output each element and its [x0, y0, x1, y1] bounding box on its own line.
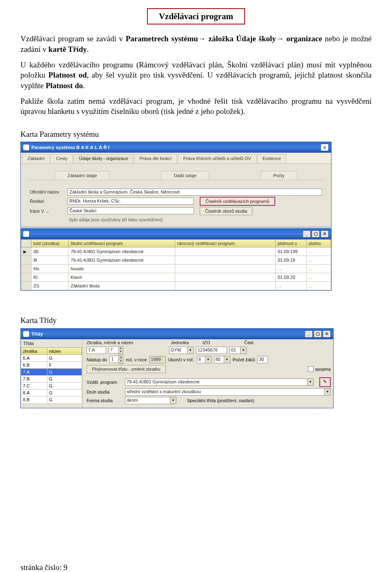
cell[interactable]: G [47, 369, 82, 376]
cell[interactable]: 7.C [21, 383, 47, 389]
field-nastup[interactable]: 1 [109, 356, 118, 363]
table-row[interactable]: 7.AG [21, 369, 82, 376]
checkbox-spojena[interactable]: spojena [308, 366, 331, 372]
cell[interactable]: . . [307, 247, 331, 256]
chevron-down-icon[interactable]: ▼ [119, 360, 123, 363]
field-vzdel-program[interactable]: 79-41-K/801 Gymnázium všeobecné [125, 378, 307, 386]
cell[interactable]: . . [307, 282, 331, 290]
field-forma-studia[interactable]: denní [125, 397, 170, 404]
grid-programy[interactable]: kód (zkratka) školní vzdělávací program … [21, 239, 331, 290]
col-nazev[interactable]: název [47, 347, 82, 354]
cell[interactable]: . . [307, 265, 331, 273]
maximize-icon[interactable]: ▢ [314, 330, 322, 338]
close-icon[interactable]: ✕ [323, 330, 331, 338]
tab-evidence[interactable]: Evidence [257, 154, 286, 163]
cell[interactable]: housle [69, 265, 175, 273]
col-platnost-do[interactable]: platno [307, 239, 331, 247]
chevron-down-icon[interactable]: ▼ [307, 378, 314, 386]
combo-forma-studia[interactable]: denní ▼ [125, 397, 176, 404]
chevron-down-icon[interactable]: ▼ [224, 356, 230, 363]
spinner-rocnik[interactable]: 7 ▲▼ [109, 346, 123, 354]
table-row[interactable]: KlKlavír01.09.20. . [21, 273, 331, 282]
combo-vzdel-program[interactable]: 79-41-K/801 Gymnázium všeobecné ▼ [125, 378, 314, 386]
cell[interactable]: Ho [31, 265, 69, 273]
tab-cesty[interactable]: Cesty [51, 154, 73, 163]
field-n[interactable]: 80 [214, 356, 224, 363]
cell[interactable]: . . [307, 273, 331, 282]
combo-n[interactable]: 80 ▼ [214, 356, 230, 363]
chevron-down-icon[interactable]: ▼ [187, 347, 194, 354]
tab-zakladni-udaje[interactable]: Základní údaje [55, 171, 109, 180]
cell[interactable]: ZS [31, 282, 69, 290]
field-oficialni-nazev[interactable]: Základní škola a Gymnázium, Česká Skalic… [67, 189, 322, 196]
cell[interactable]: 7.A [21, 369, 47, 376]
cell[interactable]: . . [307, 256, 331, 265]
cell[interactable] [175, 247, 276, 256]
table-row[interactable]: 7.BG [21, 376, 82, 383]
field-ukonci[interactable]: 8 [197, 356, 205, 363]
close-icon[interactable]: ✕ [321, 230, 329, 238]
table-row[interactable]: 6.AG [21, 354, 82, 361]
cell[interactable]: 8.A [21, 389, 47, 396]
row-selector[interactable] [21, 273, 31, 282]
combo-druh-studia[interactable]: střední vzdělání s maturitní zkouškou ▼ [125, 388, 331, 396]
chevron-down-icon[interactable]: ▼ [205, 356, 212, 363]
table-row[interactable]: Hohousle. .. . [21, 265, 331, 273]
btn-prejmenovat[interactable]: Přejmenovat třídu - změnit zkratku [87, 365, 166, 373]
col-kod[interactable]: kód (zkratka) [31, 239, 69, 247]
combo-ukonci[interactable]: 8 ▼ [197, 356, 212, 363]
field-zkratka[interactable]: 7.A [87, 347, 106, 354]
cell[interactable]: . . [276, 282, 307, 290]
cell[interactable]: 6.B [21, 361, 47, 368]
close-icon[interactable]: ✕ [321, 144, 329, 151]
cell[interactable] [175, 256, 276, 265]
field-jednotka[interactable]: GYM [169, 347, 187, 354]
field-reditel[interactable]: RNDr. Honza Kršek, CSc. [67, 198, 194, 205]
chevron-up-icon[interactable]: ▲ [119, 356, 123, 360]
tab-zakladni[interactable]: Základní [22, 154, 50, 163]
chevron-down-icon[interactable]: ▼ [240, 347, 247, 354]
chevron-down-icon[interactable]: ▼ [324, 388, 331, 396]
btn-edit-program[interactable]: ✎ [319, 377, 331, 387]
field-druh-studia[interactable]: střední vzdělání s maturitní zkouškou [125, 388, 324, 396]
spinner-nastup[interactable]: 1 ▲▼ [109, 356, 123, 364]
col-skolni-program[interactable]: školní vzdělávací program [69, 239, 175, 247]
cell[interactable] [175, 273, 276, 282]
cell[interactable]: 8.B [21, 396, 47, 403]
col-platnost-od[interactable]: platnost o [276, 239, 307, 247]
cell[interactable]: F [47, 361, 82, 368]
grid-tridy[interactable]: Třída zkratka název 6.AG6.BF7.AG7.BG7.CG… [21, 339, 82, 408]
cell[interactable] [175, 265, 276, 273]
btn-ciselnik-oboru[interactable]: Číselník oborů studia [200, 207, 252, 215]
tab-prava-tridnich[interactable]: Práva třídních učitelů a učitelů OV [178, 154, 256, 163]
cell[interactable]: G [47, 389, 82, 396]
cell[interactable]: 8l [31, 256, 69, 265]
table-row[interactable]: 8l79-41-K/801 Gymnázium všeobecné01.09.1… [21, 256, 331, 265]
checkbox-icon[interactable] [308, 366, 314, 372]
tab-pocty[interactable]: Počty [261, 171, 297, 180]
combo-cast[interactable]: 01 ▼ [229, 347, 247, 354]
cell[interactable]: Klavír [69, 273, 175, 282]
cell[interactable]: 01.09.19 [276, 256, 307, 265]
cell[interactable]: 79-41-K/401 Gymnázium všeobecné [69, 247, 175, 256]
row-selector[interactable] [21, 265, 31, 273]
chevron-up-icon[interactable]: ▲ [119, 347, 123, 350]
field-fraze[interactable]: České Skalici [67, 207, 194, 214]
field-pocet-zaku[interactable]: 30 [257, 356, 268, 363]
cell[interactable]: G [47, 396, 82, 403]
tab-udaje-skoly[interactable]: Údaje školy - organizace [74, 154, 133, 163]
btn-ciselnik-programu[interactable]: Číselník vzdělávacích programů [200, 197, 275, 206]
table-row[interactable]: ZSZákladní škola. .. . [21, 282, 331, 290]
cell[interactable]: 6.A [21, 354, 47, 361]
chevron-down-icon[interactable]: ▼ [170, 397, 176, 404]
cell[interactable]: G [47, 376, 82, 383]
cell[interactable]: Kl [31, 273, 69, 282]
row-selector[interactable] [21, 282, 31, 290]
cell[interactable]: 79-41-K/801 Gymnázium všeobecné [69, 256, 175, 265]
table-row[interactable]: ▶0079-41-K/401 Gymnázium všeobecné01.09.… [21, 247, 331, 256]
maximize-icon[interactable]: ▢ [312, 230, 320, 238]
minimize-icon[interactable]: _ [305, 330, 313, 338]
field-izo[interactable]: 12345678 [196, 347, 227, 354]
table-row[interactable]: 8.AG [21, 389, 82, 396]
cell[interactable]: 7.B [21, 376, 47, 383]
